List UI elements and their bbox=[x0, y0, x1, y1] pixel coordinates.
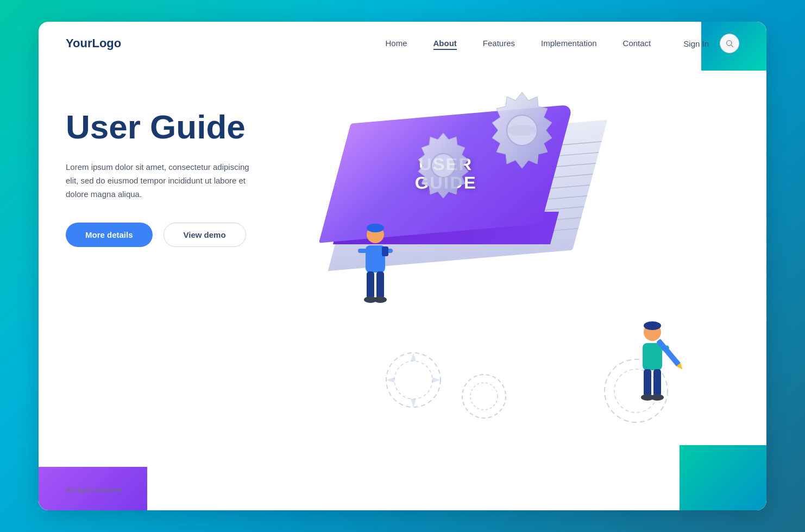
more-details-button[interactable]: More details bbox=[66, 223, 153, 247]
nav-link-contact[interactable]: Contact bbox=[623, 39, 651, 48]
nav-link-features[interactable]: Features bbox=[483, 39, 515, 48]
svg-point-44 bbox=[651, 394, 664, 401]
svg-rect-30 bbox=[382, 246, 388, 256]
gear-small-icon bbox=[402, 125, 484, 206]
nav-item-implementation[interactable]: Implementation bbox=[541, 39, 597, 48]
person-1-figure bbox=[354, 223, 397, 309]
view-demo-button[interactable]: View demo bbox=[163, 223, 246, 247]
buttons-row: More details View demo bbox=[66, 223, 305, 247]
left-panel: User Guide Lorem ipsum dolor sit amet, c… bbox=[66, 76, 305, 478]
nav-item-features[interactable]: Features bbox=[483, 39, 515, 48]
navbar: YourLogo Home About Features Implementat… bbox=[39, 22, 766, 65]
svg-point-26 bbox=[367, 224, 384, 232]
nav-right: Sign In bbox=[683, 34, 739, 53]
svg-point-36 bbox=[644, 321, 661, 330]
svg-point-23 bbox=[507, 125, 537, 136]
bg-gear-2-icon bbox=[457, 369, 511, 423]
svg-point-4 bbox=[462, 375, 506, 418]
sign-in-link[interactable]: Sign In bbox=[683, 39, 709, 48]
search-button[interactable] bbox=[720, 34, 739, 53]
hero-description: Lorem ipsum dolor sit amet, consectetur … bbox=[66, 161, 261, 201]
main-content: User Guide Lorem ipsum dolor sit amet, c… bbox=[39, 65, 766, 478]
logo: YourLogo bbox=[66, 36, 121, 50]
nav-item-contact[interactable]: Contact bbox=[623, 39, 651, 48]
person-2-figure bbox=[636, 320, 690, 407]
svg-point-3 bbox=[394, 361, 432, 399]
hero-title: User Guide bbox=[66, 109, 305, 145]
nav-link-implementation[interactable]: Implementation bbox=[541, 39, 597, 48]
nav-link-about[interactable]: About bbox=[433, 39, 457, 50]
search-icon bbox=[725, 39, 734, 48]
bg-gear-1-icon bbox=[381, 347, 446, 413]
gear-large-icon bbox=[468, 81, 576, 190]
footer: All rights reserved bbox=[66, 486, 122, 494]
svg-point-5 bbox=[470, 383, 498, 410]
corner-bottom-right-accent bbox=[680, 445, 766, 510]
svg-rect-41 bbox=[644, 369, 651, 396]
svg-rect-31 bbox=[367, 271, 374, 299]
nav-item-home[interactable]: Home bbox=[385, 39, 407, 48]
nav-links: Home About Features Implementation Conta… bbox=[385, 39, 651, 48]
svg-rect-32 bbox=[376, 271, 384, 299]
browser-card: YourLogo Home About Features Implementat… bbox=[39, 22, 766, 510]
svg-rect-42 bbox=[653, 369, 661, 396]
copyright-text: All rights reserved bbox=[66, 486, 122, 494]
illustration-area: USER GUIDE bbox=[305, 76, 739, 478]
iso-scene: USER GUIDE bbox=[337, 114, 707, 429]
svg-point-24 bbox=[431, 154, 455, 178]
svg-point-0 bbox=[727, 41, 732, 46]
svg-rect-37 bbox=[643, 343, 662, 370]
nav-item-about[interactable]: About bbox=[433, 39, 457, 48]
svg-rect-28 bbox=[358, 249, 367, 253]
nav-link-home[interactable]: Home bbox=[385, 39, 407, 48]
svg-point-34 bbox=[374, 296, 387, 303]
svg-line-1 bbox=[731, 45, 733, 47]
